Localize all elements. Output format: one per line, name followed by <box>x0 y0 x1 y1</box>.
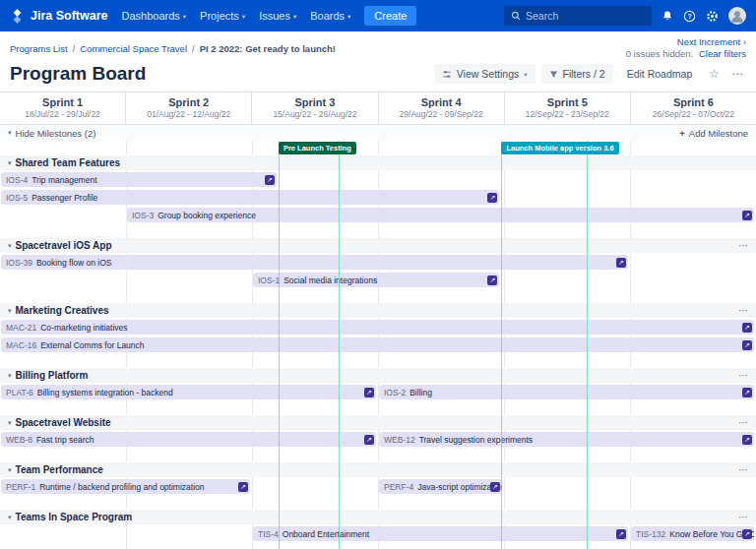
issue-bar[interactable]: WEB-8Fast trip search↗ <box>1 432 376 447</box>
issue-key: IOS-1 <box>258 275 280 285</box>
sprint-name: Sprint 6 <box>631 96 756 108</box>
issue-status-chip-icon: ↗ <box>364 388 374 397</box>
chevron-down-icon: ▾ <box>8 242 12 250</box>
sprint-name: Sprint 2 <box>126 96 251 108</box>
issue-bar[interactable]: TIS-132Know Before You Go Call↗ <box>631 526 754 541</box>
board-row: IOS-39Booking flow on iOS↗ <box>0 253 756 271</box>
milestone-badge[interactable]: Pre Launch Testing <box>279 142 356 154</box>
issues-hidden-note: 0 issues hidden. <box>626 48 694 59</box>
issue-status-chip-icon: ↗ <box>742 388 752 397</box>
notifications-bell-icon[interactable] <box>662 10 673 22</box>
nav-menu-dashboards[interactable]: Dashboards▾ <box>122 10 187 22</box>
nav-menu-projects[interactable]: Projects▾ <box>200 10 245 22</box>
issue-summary: Travel suggestion experiments <box>419 435 533 445</box>
issue-bar[interactable]: PERF-4Java-script optimizations↗ <box>379 479 502 494</box>
section-title: Shared Team Features <box>16 157 121 168</box>
issue-bar[interactable]: PERF-1Runtime / backend profiling and op… <box>1 479 250 494</box>
issue-bar[interactable]: IOS-3Group booking experience↗ <box>127 208 754 222</box>
chevron-down-icon: ▾ <box>8 307 12 315</box>
user-avatar[interactable] <box>728 7 746 25</box>
nav-menu-issues[interactable]: Issues▾ <box>259 10 296 22</box>
breadcrumb: Programs List/Commercial Space Travel/PI… <box>10 36 336 60</box>
hide-milestones-toggle[interactable]: ▾ Hide Milestones (2) <box>8 128 95 139</box>
issue-summary: Onboard Entertainment <box>283 529 369 539</box>
help-icon[interactable]: ? <box>683 10 696 23</box>
section-title: Spacetravel Website <box>16 417 111 428</box>
edit-roadmap-button[interactable]: Edit Roadmap <box>619 64 701 84</box>
board-row: PLAT-6Billing systems integration - back… <box>0 383 756 400</box>
chevron-down-icon: ▾ <box>242 12 245 21</box>
section-menu-button[interactable]: ⋯ <box>738 306 748 316</box>
issue-bar[interactable]: PLAT-6Billing systems integration - back… <box>1 385 376 399</box>
section-title: Billing Platform <box>16 370 89 381</box>
create-button[interactable]: Create <box>364 6 416 26</box>
issue-key: WEB-12 <box>384 435 415 445</box>
section-header[interactable]: ▾Shared Team Features <box>0 155 756 170</box>
issue-summary: Group booking experience <box>158 211 256 220</box>
sprint-dates: 01/Aug/22 - 12/Aug/22 <box>126 109 251 119</box>
section-title: Teams In Space Program <box>16 512 133 522</box>
section-header[interactable]: ▾Team Performance⋯ <box>0 462 756 477</box>
issue-bar[interactable]: IOS-1Social media integrations↗ <box>253 273 499 287</box>
breadcrumb-item[interactable]: Programs List <box>10 43 68 54</box>
section-menu-button[interactable]: ⋯ <box>738 371 748 381</box>
section-title: Spacetravel iOS App <box>16 240 112 251</box>
jira-logo[interactable]: Jira Software <box>10 9 108 24</box>
board-meta: Next Increment › 0 issues hidden. Clear … <box>626 36 746 60</box>
issue-bar[interactable]: IOS-39Booking flow on iOS↗ <box>1 255 628 270</box>
search-input[interactable] <box>526 10 639 22</box>
section-billing-platform: ▾Billing Platform⋯PLAT-6Billing systems … <box>0 368 756 405</box>
issue-key: MAC-21 <box>6 323 36 333</box>
jira-diamond-icon <box>10 9 25 24</box>
more-options-icon[interactable]: ⋯ <box>728 64 746 84</box>
star-icon[interactable]: ☆ <box>706 64 723 84</box>
program-board-page: Jira Software Dashboards▾Projects▾Issues… <box>0 0 756 549</box>
issue-bar[interactable]: MAC-21Co-marketing initiatives↗ <box>1 320 754 335</box>
issue-status-chip-icon: ↗ <box>490 482 500 492</box>
section-header[interactable]: ▾Marketing Creatives⋯ <box>0 303 756 318</box>
settings-gear-icon[interactable] <box>706 10 719 23</box>
breadcrumb-item: PI 2 2022: Get ready to launch! <box>200 43 336 54</box>
issue-status-chip-icon: ↗ <box>616 529 626 539</box>
section-header[interactable]: ▾Spacetravel Website⋯ <box>0 415 756 430</box>
section-menu-button[interactable]: ⋯ <box>738 513 748 522</box>
issue-summary: Fast trip search <box>36 435 94 445</box>
add-milestone-button[interactable]: + Add Milestone <box>679 128 748 139</box>
global-search[interactable] <box>504 6 652 26</box>
issue-summary: Social media integrations <box>284 275 377 285</box>
milestone-badge[interactable]: Launch Mobile app version 3.6 <box>501 142 618 154</box>
view-settings-button[interactable]: View Settings ▾ <box>434 64 536 84</box>
plus-icon: + <box>679 128 685 139</box>
section-shared-team-features: ▾Shared Team FeaturesIOS-4Trip managemen… <box>0 155 756 228</box>
issue-bar[interactable]: WEB-12Travel suggestion experiments↗ <box>379 432 754 447</box>
section-header[interactable]: ▾Billing Platform⋯ <box>0 368 756 383</box>
nav-menu-label: Projects <box>200 10 239 22</box>
board-row: WEB-8Fast trip search↗WEB-12Travel sugge… <box>0 430 756 448</box>
section-menu-button[interactable]: ⋯ <box>738 241 748 251</box>
issue-bar[interactable]: MAC-16External Comms for Launch↗ <box>1 337 754 352</box>
milestone-badge-strip <box>0 141 756 155</box>
issue-bar[interactable]: IOS-4Trip management↗ <box>1 172 277 187</box>
section-header[interactable]: ▾Spacetravel iOS App⋯ <box>0 238 756 253</box>
issue-bar[interactable]: TIS-4Onboard Entertainment↗ <box>253 526 628 541</box>
top-navbar: Jira Software Dashboards▾Projects▾Issues… <box>0 0 756 31</box>
section-menu-button[interactable]: ⋯ <box>738 465 748 475</box>
issue-summary: External Comms for Launch <box>40 340 144 350</box>
issue-bar[interactable]: IOS-2Billing↗ <box>379 385 754 399</box>
chevron-down-icon: ▾ <box>8 129 12 137</box>
sprint-name: Sprint 1 <box>0 96 125 108</box>
issue-bar[interactable]: IOS-5Passenger Profile↗ <box>1 190 499 205</box>
section-menu-button[interactable]: ⋯ <box>738 418 748 428</box>
filters-button[interactable]: Filters / 2 <box>541 64 613 84</box>
next-increment-link[interactable]: Next Increment › <box>626 36 746 48</box>
breadcrumb-item[interactable]: Commercial Space Travel <box>80 43 187 54</box>
chevron-right-icon: › <box>743 36 746 47</box>
nav-menu-boards[interactable]: Boards▾ <box>310 10 350 22</box>
chevron-down-icon: ▾ <box>8 466 12 474</box>
section-header[interactable]: ▾Teams In Space Program⋯ <box>0 510 756 524</box>
issue-summary: Billing systems integration - backend <box>37 388 173 397</box>
issue-status-chip-icon: ↗ <box>616 258 626 268</box>
clear-filters-link[interactable]: Clear filters <box>699 48 746 59</box>
board-row: IOS-3Group booking experience↗ <box>0 206 756 223</box>
issue-key: TIS-132 <box>636 529 665 539</box>
